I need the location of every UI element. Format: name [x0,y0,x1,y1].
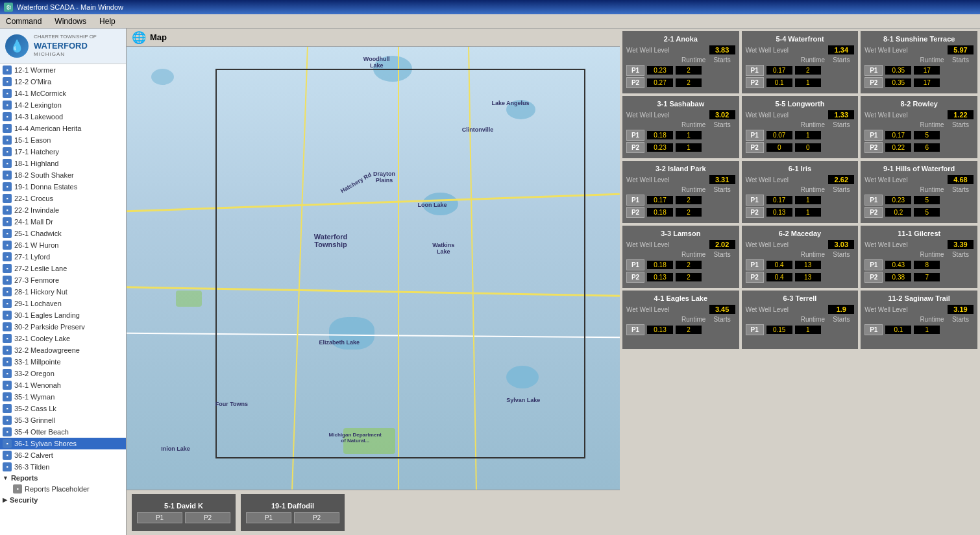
pump-daffodil-p2[interactable]: P2 [294,512,339,523]
sidebar-item-12-1[interactable]: ▪12-1 Wormer [0,64,126,76]
pump-runtime-0-0: 0.23 [647,66,673,75]
pump-btn-3-1[interactable]: P2 [626,142,644,153]
sidebar-item-14-1[interactable]: ▪14-1 McCormick [0,88,126,99]
sidebar-item-27-3[interactable]: ▪27-3 Fenmore [0,274,126,286]
pump-btn-5-1[interactable]: P2 [864,142,883,153]
station-ww-label-1: Wet Well Level [746,47,789,54]
pump-btn-4-1[interactable]: P2 [746,142,764,153]
pump-btn-7-1[interactable]: P2 [746,207,764,218]
sidebar-item-22-1[interactable]: ▪22-1 Crocus [0,193,126,204]
sidebar-item-icon-33-1: ▪ [3,357,12,366]
pump-btn-3-0[interactable]: P1 [626,130,644,141]
col-runtime-1: Runtime [800,56,826,64]
pump-btn-13-0[interactable]: P1 [746,324,764,335]
sidebar-item-26-1[interactable]: ▪26-1 W Huron [0,239,126,251]
station-ww-row-0: Wet Well Level 3.83 [626,45,735,54]
pump-runtime-3-1: 0.23 [647,143,673,152]
sidebar-item-18-1[interactable]: ▪18-1 Highland [0,158,126,169]
bottom-pumps: 5-1 David K P1 P2 19-1 Daffodil P1 P2 [127,490,620,535]
sidebar-item-35-1[interactable]: ▪35-1 Wyman [0,391,126,403]
sidebar-item-15-1[interactable]: ▪15-1 Eason [0,134,126,146]
pump-btn-6-1[interactable]: P2 [626,207,644,218]
station-title-5: 8-2 Rowley [864,100,974,108]
sidebar-item-14-3[interactable]: ▪14-3 Lakewood [0,111,126,123]
sidebar-item-33-1[interactable]: ▪33-1 Millpointe [0,356,126,368]
sidebar-item-32-2[interactable]: ▪32-2 Meadowgreene [0,344,126,356]
sidebar-item-35-3[interactable]: ▪35-3 Grinnell [0,414,126,426]
pump-btn-2-0[interactable]: P1 [864,65,883,76]
menu-command[interactable]: Command [3,16,45,27]
sidebar-item-29-1[interactable]: ▪29-1 Lochaven [0,298,126,309]
pump-daffodil-p1[interactable]: P1 [246,512,291,523]
pump-btn-2-1[interactable]: P2 [864,77,883,88]
sidebar-item-19-1[interactable]: ▪19-1 Donna Estates [0,181,126,193]
sidebar-item-17-1[interactable]: ▪17-1 Hatchery [0,146,126,158]
pump-btn-1-0[interactable]: P1 [746,65,764,76]
sidebar-section-security[interactable]: ▶Security [0,495,126,505]
pump-btn-10-1[interactable]: P2 [746,272,764,283]
sidebar-item-36-3[interactable]: ▪36-3 Tilden [0,461,126,473]
pump-btn-6-0[interactable]: P1 [626,195,644,206]
pump-runtime-5-1: 0.22 [885,143,911,152]
pump-david-k-p1[interactable]: P1 [137,512,182,523]
pump-btn-11-1[interactable]: P2 [864,272,883,283]
sidebar-item-30-2[interactable]: ▪30-2 Parkside Preserv [0,321,126,333]
sidebar-item-14-4[interactable]: ▪14-4 American Herita [0,123,126,134]
sidebar-item-27-1[interactable]: ▪27-1 Lyford [0,251,126,263]
station-ww-value-7: 2.62 [828,175,854,184]
pump-david-k-p2[interactable]: P2 [185,512,230,523]
center-content: 🌐 Map [127,29,620,535]
pump-btn-1-1[interactable]: P2 [746,77,764,88]
pump-btn-11-0[interactable]: P1 [864,259,883,270]
sidebar-item-icon-12-1: ▪ [3,65,12,75]
logo-text: CHARTER TOWNSHIP OF WATERFORD MICHIGAN [34,34,97,58]
sidebar-item-25-1[interactable]: ▪25-1 Chadwick [0,228,126,239]
sidebar-item-18-2[interactable]: ▪18-2 South Shaker [0,169,126,181]
pump-btn-12-0[interactable]: P1 [626,324,644,335]
sidebar-item-label-14-4: 14-4 American Herita [14,125,81,132]
sidebar-item-14-2[interactable]: ▪14-2 Lexington [0,99,126,111]
pump-btn-9-1[interactable]: P2 [626,272,644,283]
app-icon: ⚙ [4,3,13,12]
sidebar-item-33-2[interactable]: ▪33-2 Oregon [0,368,126,379]
pump-card-daffodil: 19-1 Daffodil P1 P2 [241,494,345,531]
station-ww-label-8: Wet Well Level [864,176,907,184]
sidebar-item-36-1[interactable]: ▪36-1 Sylvan Shores [0,438,126,449]
sidebar-item-label-36-2: 36-2 Calvert [14,451,53,459]
pump-row-2-1: P2 0.35 17 [864,77,974,88]
station-ww-label-6: Wet Well Level [626,176,669,184]
pump-table-11: RuntimeStarts P1 0.43 8 P2 0.38 7 [864,251,974,283]
pump-btn-8-0[interactable]: P1 [864,195,883,206]
sidebar-section-reports[interactable]: ▼Reports [0,473,126,483]
pump-btn-5-0[interactable]: P1 [864,130,883,141]
sidebar-item-35-4[interactable]: ▪35-4 Otter Beach [0,426,126,438]
sidebar-item-34-1[interactable]: ▪34-1 Wenonah [0,379,126,391]
col-starts-7: Starts [828,186,854,193]
sidebar-item-label-14-2: 14-2 Lexington [14,101,62,109]
sidebar-item-30-1[interactable]: ▪30-1 Eagles Landing [0,309,126,321]
pump-btn-10-0[interactable]: P1 [746,259,764,270]
pump-row-4-0: P1 0.07 1 [746,130,855,141]
pump-btn-9-0[interactable]: P1 [626,259,644,270]
pump-btn-14-0[interactable]: P1 [864,324,883,335]
sidebar-item-27-2[interactable]: ▪27-2 Leslie Lane [0,263,126,274]
sidebar-item-32-1[interactable]: ▪32-1 Cooley Lake [0,333,126,344]
sidebar-item-icon-24-1: ▪ [3,217,12,226]
sidebar-child-0-0[interactable]: ▪Reports Placeholder [0,483,126,495]
sidebar-item-12-2[interactable]: ▪12-2 O'Mira [0,76,126,88]
sidebar-item-35-2[interactable]: ▪35-2 Cass Lk [0,403,126,414]
pump-btn-4-0[interactable]: P1 [746,130,764,141]
right-panel: 2-1 Anoka Wet Well Level 3.83 RuntimeSta… [620,29,980,535]
sidebar-item-28-1[interactable]: ▪28-1 Hickory Nut [0,286,126,298]
sidebar-item-22-2[interactable]: ▪22-2 Irwindale [0,204,126,216]
pump-btn-8-1[interactable]: P2 [864,207,883,218]
menu-help[interactable]: Help [96,16,119,27]
pump-btn-0-0[interactable]: P1 [626,65,644,76]
pump-btn-7-0[interactable]: P1 [746,195,764,206]
sidebar-item-label-22-1: 22-1 Crocus [14,195,53,202]
sidebar-item-24-1[interactable]: ▪24-1 Mall Dr [0,216,126,228]
menu-windows[interactable]: Windows [51,16,90,27]
sidebar-item-36-2[interactable]: ▪36-2 Calvert [0,449,126,461]
pump-btn-0-1[interactable]: P2 [626,77,644,88]
pump-starts-7-0: 1 [795,196,821,204]
